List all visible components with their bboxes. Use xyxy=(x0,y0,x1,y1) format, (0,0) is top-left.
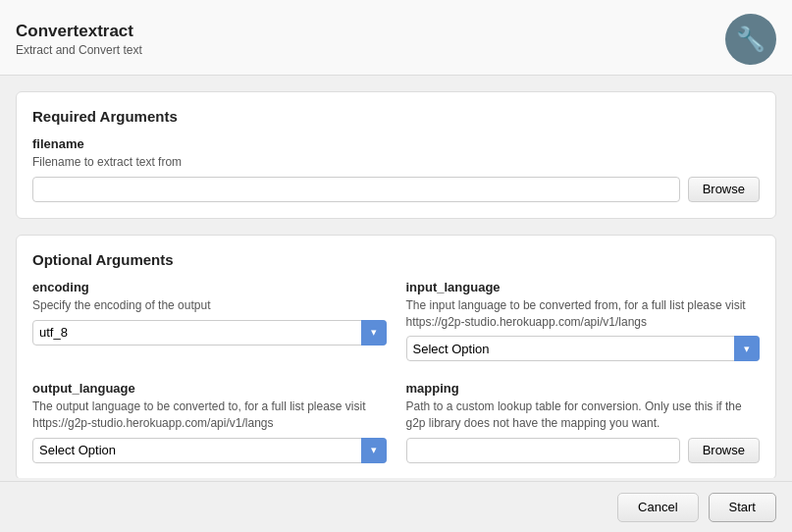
encoding-label: encoding xyxy=(32,280,387,294)
filename-field: filename Filename to extract text from B… xyxy=(32,136,760,202)
encoding-description: Specify the encoding of the output xyxy=(32,297,387,314)
input-language-select-wrapper: Select Option ▾ xyxy=(406,336,761,361)
input-language-label: input_language xyxy=(406,280,761,294)
encoding-select-wrapper: utf_8 utf_16 ascii latin_1 ▾ xyxy=(32,320,387,346)
start-button[interactable]: Start xyxy=(709,493,776,522)
optional-arguments-grid: encoding Specify the encoding of the out… xyxy=(32,280,760,463)
app-title-block: Convertextract Extract and Convert text xyxy=(16,22,142,57)
filename-description: Filename to extract text from xyxy=(32,154,760,171)
cancel-button[interactable]: Cancel xyxy=(617,493,698,522)
footer: Cancel Start xyxy=(0,481,792,532)
required-arguments-section: Required Arguments filename Filename to … xyxy=(16,91,776,219)
mapping-label: mapping xyxy=(406,381,761,396)
encoding-field: encoding Specify the encoding of the out… xyxy=(32,280,387,362)
filename-input[interactable] xyxy=(32,177,680,202)
app-icon: 🔧 xyxy=(725,14,776,65)
input-language-field: input_language The input language to be … xyxy=(406,280,761,362)
main-content: Required Arguments filename Filename to … xyxy=(0,76,792,478)
app-subtitle: Extract and Convert text xyxy=(16,43,142,57)
mapping-input-row: Browse xyxy=(406,438,761,463)
output-language-select-wrapper: Select Option ▾ xyxy=(32,438,387,463)
output-language-description: The output language to be converted to, … xyxy=(32,399,387,432)
output-language-field: output_language The output language to b… xyxy=(32,381,387,463)
mapping-field: mapping Path to a custom lookup table fo… xyxy=(406,381,761,463)
output-language-select[interactable]: Select Option xyxy=(32,438,387,463)
app-header: Convertextract Extract and Convert text … xyxy=(0,0,792,76)
mapping-browse-button[interactable]: Browse xyxy=(688,438,760,463)
output-language-label: output_language xyxy=(32,381,387,396)
filename-input-row: Browse xyxy=(32,177,760,202)
mapping-description: Path to a custom lookup table for conver… xyxy=(406,399,761,432)
input-language-select[interactable]: Select Option xyxy=(406,336,761,361)
filename-label: filename xyxy=(32,136,760,151)
mapping-input[interactable] xyxy=(406,438,680,463)
required-section-title: Required Arguments xyxy=(32,108,760,125)
input-language-description: The input language to be converted from,… xyxy=(406,297,761,331)
optional-section-title: Optional Arguments xyxy=(32,251,760,268)
app-title: Convertextract xyxy=(16,22,142,41)
filename-browse-button[interactable]: Browse xyxy=(688,177,760,202)
encoding-select[interactable]: utf_8 utf_16 ascii latin_1 xyxy=(32,320,387,346)
optional-arguments-section: Optional Arguments encoding Specify the … xyxy=(16,235,776,478)
